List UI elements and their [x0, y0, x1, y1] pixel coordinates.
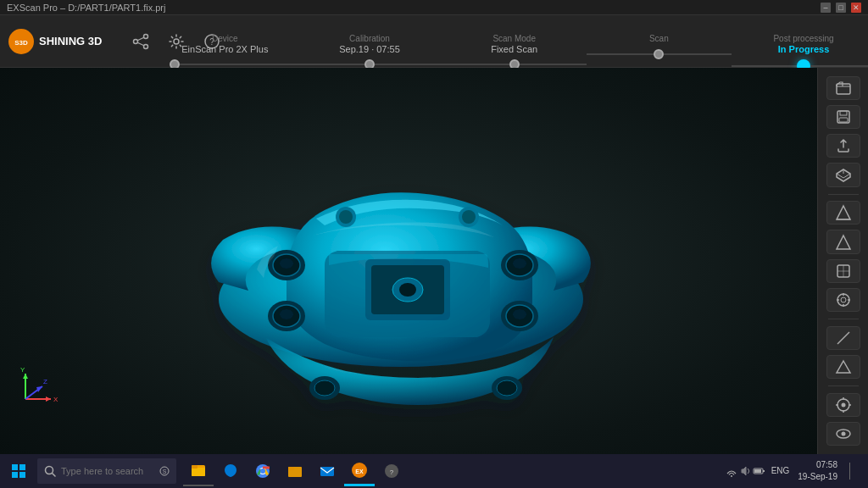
start-button[interactable] [3, 456, 34, 486]
taskbar-app-files[interactable] [183, 456, 214, 486]
right-toolbar [817, 68, 868, 454]
clock-date: 19-Sep-19 [798, 471, 837, 483]
shading-button[interactable] [826, 201, 860, 225]
system-tray: ENG 07:58 19-Sep-19 [726, 458, 865, 484]
transform-button[interactable] [826, 288, 860, 312]
svg-rect-91 [754, 469, 761, 473]
taskbar-app-exscan[interactable]: EX [344, 456, 375, 486]
step-scan-mode-label: Scan Mode [492, 34, 536, 43]
tray-lang: ENG [771, 466, 790, 476]
step-line-4a [732, 65, 797, 67]
precision-button[interactable] [826, 393, 860, 417]
svg-rect-67 [12, 464, 18, 470]
main-viewport[interactable]: X Y Z [0, 68, 817, 454]
share-button[interactable] [127, 28, 154, 55]
svg-point-13 [280, 258, 293, 269]
svg-marker-42 [36, 386, 42, 392]
step-line-3a [587, 53, 654, 55]
show-desktop-button[interactable] [841, 458, 861, 484]
eye-button[interactable] [826, 422, 860, 446]
measure-tool-button[interactable] [826, 326, 860, 350]
svg-point-66 [841, 431, 845, 435]
svg-rect-47 [839, 118, 848, 122]
svg-marker-50 [837, 236, 850, 249]
step-line-2 [375, 64, 442, 65]
volume-icon [739, 465, 751, 477]
search-input[interactable] [61, 466, 154, 476]
taskbar-app-edge[interactable] [215, 456, 246, 486]
open-file-button[interactable] [826, 76, 860, 100]
step-device-value: EinScan Pro 2X Plus [181, 44, 268, 54]
svg-rect-68 [19, 464, 25, 470]
step-calibration-label: Calibration [349, 34, 390, 43]
step-line-1a [298, 64, 364, 65]
step-line-3 [520, 64, 587, 65]
svg-point-28 [314, 380, 335, 396]
step-post-value: In Progress [778, 44, 830, 54]
minimize-button[interactable]: – [821, 3, 831, 13]
svg-text:?: ? [390, 469, 394, 476]
taskbar-app-chrome[interactable] [248, 456, 278, 486]
svg-point-16 [280, 309, 293, 319]
svg-rect-70 [19, 472, 25, 478]
svg-marker-39 [23, 374, 28, 379]
taskbar-search[interactable]: S [37, 458, 176, 484]
trim-button[interactable] [826, 355, 860, 379]
taskbar-app-explorer[interactable] [280, 456, 310, 486]
svg-point-53 [841, 297, 846, 302]
tray-icons [726, 465, 765, 477]
svg-text:Y: Y [20, 366, 25, 374]
step-calibration-value: Sep.19 · 07:55 [339, 44, 400, 54]
svg-point-19 [513, 258, 526, 269]
title-bar: EXScan Pro – D:/PART1/PART1.fix.prj – □ … [0, 0, 868, 15]
save-button[interactable] [826, 105, 860, 129]
taskbar-app-mail[interactable] [312, 456, 342, 486]
svg-rect-44 [837, 84, 850, 94]
close-button[interactable]: ✕ [851, 3, 861, 13]
svg-point-52 [837, 294, 849, 306]
svg-point-88 [731, 475, 732, 477]
logo-emblem: S3D [8, 29, 34, 54]
svg-rect-76 [192, 468, 205, 476]
toolbar-divider-2 [828, 319, 859, 319]
step-device-label: Device [212, 34, 238, 43]
window-title: EXScan Pro – D:/PART1/PART1.fix.prj [7, 3, 165, 13]
svg-text:X: X [53, 396, 58, 403]
step-device: Device EinScan Pro 2X Plus [153, 34, 298, 69]
toolbar-divider-1 [828, 194, 859, 195]
texture-button[interactable] [826, 259, 860, 283]
wireframe-button[interactable] [826, 230, 860, 253]
taskbar-pinned-apps: EX ? [183, 456, 407, 486]
svg-rect-83 [320, 467, 334, 476]
taskbar-app-extra[interactable]: ? [376, 456, 407, 486]
svg-point-30 [497, 380, 517, 396]
svg-text:S: S [163, 469, 167, 474]
svg-text:S3D: S3D [14, 39, 28, 47]
step-line-2a [442, 64, 509, 65]
step-line-1 [180, 64, 298, 65]
export-button[interactable] [826, 134, 860, 158]
3d-view-button[interactable] [826, 163, 860, 186]
logo-text: SHINING 3D [39, 35, 102, 47]
3d-object [155, 100, 630, 422]
step-scan-label: Scan [649, 34, 669, 43]
svg-point-22 [513, 309, 526, 319]
svg-line-5 [138, 37, 145, 41]
svg-rect-90 [763, 470, 765, 472]
network-icon [726, 465, 737, 477]
svg-point-4 [144, 44, 148, 48]
svg-text:Z: Z [43, 378, 47, 385]
svg-point-34 [462, 210, 476, 224]
step-calibration: Calibration Sep.19 · 07:55 [298, 34, 442, 69]
svg-marker-48 [837, 206, 850, 219]
svg-point-32 [339, 210, 353, 224]
3d-object-container [155, 100, 630, 422]
axis-indicator: X Y Z [17, 365, 59, 408]
step-scan-mode-value: Fixed Scan [491, 44, 537, 54]
step-line-4 [664, 53, 731, 55]
clock-time: 07:58 [816, 459, 837, 471]
step-scan-mode: Scan Mode Fixed Scan [442, 34, 587, 69]
window-controls[interactable]: – □ ✕ [821, 3, 861, 13]
nav-bar: S3D SHINING 3D Device EinScan Pro 2X Plu… [0, 15, 868, 68]
maximize-button[interactable]: □ [836, 3, 846, 13]
